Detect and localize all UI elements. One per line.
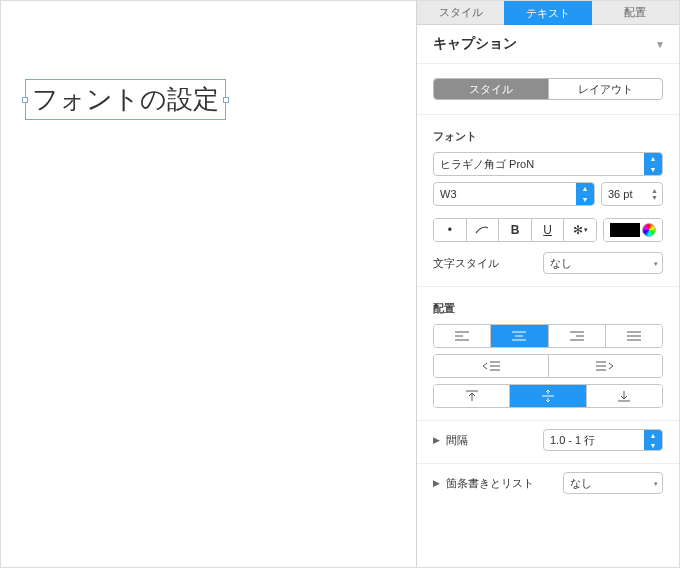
v-align-row <box>433 384 663 408</box>
char-style-chevron: ▾ <box>654 253 658 273</box>
pill-layout[interactable]: レイアウト <box>548 79 663 99</box>
font-group: フォント ヒラギノ角ゴ ProN ▲▼ W3 ▲▼ 36 pt ▲▼ • B U <box>417 114 679 286</box>
bullet-button[interactable]: • <box>434 219 466 241</box>
char-style-value: なし <box>550 256 572 271</box>
bold-button[interactable]: B <box>498 219 531 241</box>
strike-button[interactable] <box>466 219 499 241</box>
spacing-group: ▶ 間隔 1.0 - 1 行 ▲▼ <box>417 420 679 463</box>
color-swatch <box>610 223 640 237</box>
alignment-label: 配置 <box>433 301 663 316</box>
bullets-group: ▶ 箇条書きとリスト なし ▾ <box>417 463 679 506</box>
char-style-select[interactable]: なし ▾ <box>543 252 663 274</box>
align-right-button[interactable] <box>548 325 605 347</box>
outdent-button[interactable] <box>434 355 548 377</box>
h-align-row <box>433 324 663 348</box>
font-weight-stepper[interactable]: ▲▼ <box>576 183 594 205</box>
indent-row <box>433 354 663 378</box>
alignment-group: 配置 <box>417 286 679 420</box>
subtab-pills: スタイル レイアウト <box>433 78 663 100</box>
align-justify-button[interactable] <box>605 325 662 347</box>
line-spacing-select[interactable]: 1.0 - 1 行 ▲▼ <box>543 429 663 451</box>
inspector-panel: スタイル テキスト 配置 キャプション ▼ スタイル レイアウト フォント ヒラ… <box>416 1 679 567</box>
triangle-right-icon: ▶ <box>433 478 440 488</box>
valign-bottom-button[interactable] <box>586 385 662 407</box>
font-size-field[interactable]: 36 pt ▲▼ <box>601 182 663 206</box>
bullets-chevron: ▾ <box>654 473 658 493</box>
underline-button[interactable]: U <box>531 219 564 241</box>
align-center-button[interactable] <box>490 325 547 347</box>
bullets-value: なし <box>570 476 592 491</box>
font-family-stepper[interactable]: ▲▼ <box>644 153 662 175</box>
font-weight-select[interactable]: W3 ▲▼ <box>433 182 595 206</box>
chevron-down-icon: ▼ <box>655 39 665 50</box>
triangle-right-icon: ▶ <box>433 435 440 445</box>
font-label: フォント <box>433 129 663 144</box>
valign-middle-button[interactable] <box>509 385 585 407</box>
pill-style[interactable]: スタイル <box>434 79 548 99</box>
bullets-select[interactable]: なし ▾ <box>563 472 663 494</box>
font-weight-value: W3 <box>440 188 457 200</box>
chevron-down-icon: ▾ <box>584 226 588 234</box>
text-style-row: • B U ✻▾ <box>433 218 597 242</box>
tab-text[interactable]: テキスト <box>504 1 591 25</box>
indent-button[interactable] <box>548 355 663 377</box>
paragraph-style-name: キャプション <box>433 35 517 53</box>
char-style-label: 文字スタイル <box>433 256 499 271</box>
resize-handle-right[interactable] <box>223 97 229 103</box>
paragraph-style-header[interactable]: キャプション ▼ <box>417 25 679 64</box>
gear-icon: ✻ <box>573 223 583 237</box>
document-canvas[interactable]: フォントの設定 <box>1 1 416 567</box>
line-spacing-stepper[interactable]: ▲▼ <box>644 430 662 450</box>
text-color-well[interactable] <box>603 218 663 242</box>
font-family-select[interactable]: ヒラギノ角ゴ ProN ▲▼ <box>433 152 663 176</box>
spacing-label: 間隔 <box>446 433 468 448</box>
spacing-disclosure[interactable]: ▶ 間隔 <box>433 433 468 448</box>
tab-arrange[interactable]: 配置 <box>592 1 679 25</box>
advanced-gear-button[interactable]: ✻▾ <box>563 219 596 241</box>
font-size-stepper[interactable]: ▲▼ <box>651 183 658 205</box>
tab-style[interactable]: スタイル <box>417 1 504 25</box>
strike-icon <box>475 225 489 235</box>
align-left-button[interactable] <box>434 325 490 347</box>
resize-handle-left[interactable] <box>22 97 28 103</box>
font-family-value: ヒラギノ角ゴ ProN <box>440 157 534 172</box>
valign-top-button[interactable] <box>434 385 509 407</box>
inspector-tabs: スタイル テキスト 配置 <box>417 1 679 25</box>
line-spacing-value: 1.0 - 1 行 <box>550 433 595 448</box>
text-box[interactable]: フォントの設定 <box>25 79 226 120</box>
bullets-disclosure[interactable]: ▶ 箇条書きとリスト <box>433 476 534 491</box>
color-wheel-icon <box>642 223 656 237</box>
bullets-label: 箇条書きとリスト <box>446 476 534 491</box>
font-size-value: 36 pt <box>608 188 632 200</box>
text-content[interactable]: フォントの設定 <box>32 82 219 117</box>
